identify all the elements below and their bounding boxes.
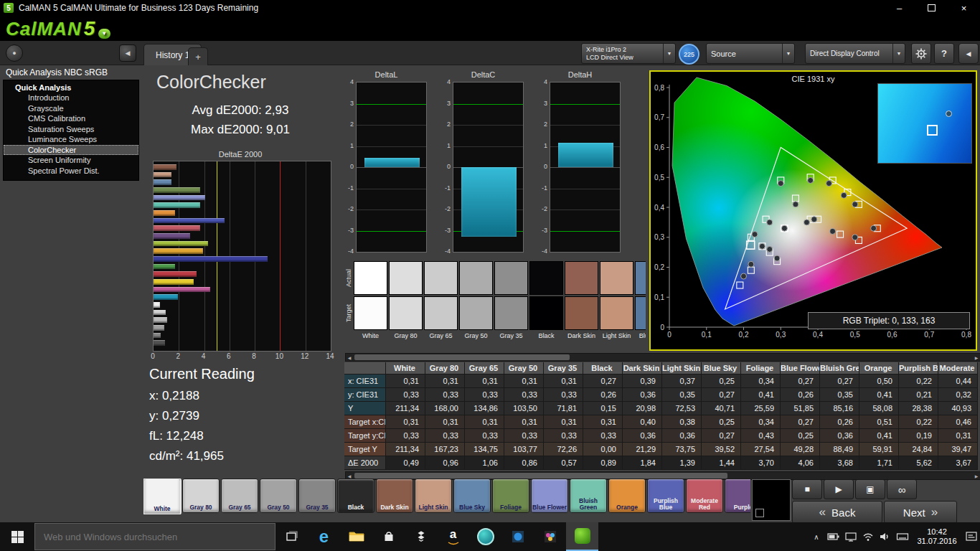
patch-button-blue-sky[interactable]: Blue Sky <box>453 479 491 513</box>
dropbox-button[interactable] <box>405 522 437 551</box>
table-row: Target y:CIE310,330,330,330,330,330,330,… <box>344 429 980 443</box>
next-button[interactable]: Next » <box>884 501 957 524</box>
sidebar-item-cms-calibration[interactable]: CMS Calibration <box>4 113 138 124</box>
table-cell: 0,41 <box>859 429 899 443</box>
sidebar-item-screen-uniformity[interactable]: Screen Uniformity <box>4 155 138 166</box>
start-button[interactable] <box>0 522 34 551</box>
source-dropdown[interactable]: Source ▼ <box>706 43 795 64</box>
clock[interactable]: 10:42 31.07.2016 <box>911 527 963 546</box>
swatch-label: Gray 80 <box>389 332 423 339</box>
table-cell: 0,33 <box>504 388 544 402</box>
amazon-glyph: a <box>450 527 456 541</box>
axis-tick-label: 3 <box>350 100 354 107</box>
axis-tick-label: 2 <box>447 121 451 128</box>
patch-button-purple[interactable]: Purple <box>725 479 750 513</box>
patch-button-gray-50[interactable]: Gray 50 <box>260 479 297 513</box>
sidebar-collapse-button[interactable]: ◀ <box>119 44 136 62</box>
panel-collapse-button[interactable]: ◀ <box>958 43 979 64</box>
calman-app-button[interactable] <box>566 522 598 551</box>
scroll-left-icon[interactable]: ◀ <box>346 473 353 479</box>
stop-button[interactable]: ■ <box>792 479 822 499</box>
sidebar-item-saturation-sweeps[interactable]: Saturation Sweeps <box>4 124 138 135</box>
patch-button-bluish-green[interactable]: Bluish Green <box>570 479 607 513</box>
battery-status[interactable] <box>825 522 842 551</box>
tray-expand-button[interactable]: ∧ <box>808 522 825 551</box>
settings-button[interactable] <box>911 43 931 64</box>
volume-status[interactable] <box>877 522 894 551</box>
scrollbar-thumb[interactable] <box>354 473 727 479</box>
close-icon: × <box>961 3 967 14</box>
continuous-measure-button[interactable]: ∞ <box>887 479 917 499</box>
deltal-title: DeltaL <box>344 70 428 79</box>
scrollbar-track[interactable] <box>353 354 973 360</box>
display-status[interactable] <box>842 522 859 551</box>
task-view-button[interactable] <box>275 522 308 551</box>
back-button[interactable]: « Back <box>792 501 882 524</box>
page-title: ColorChecker <box>156 72 266 93</box>
sidebar-item-quick-analysis[interactable]: Quick Analysis <box>4 80 138 93</box>
table-cell: 0,25 <box>781 429 820 443</box>
scrollbar-track[interactable] <box>353 473 973 479</box>
measure-button[interactable]: ▶ <box>824 479 854 499</box>
patch-button-gray-65[interactable]: Gray 65 <box>221 479 258 513</box>
photos-app-button[interactable] <box>501 522 534 551</box>
logo-bar: CalMAN5▾ <box>0 16 980 41</box>
meter-count-badge[interactable]: 225 <box>679 44 699 65</box>
touch-keyboard-button[interactable] <box>894 522 911 551</box>
patch-button-black[interactable]: Black <box>337 479 374 513</box>
scroll-right-icon[interactable]: ▶ <box>973 473 980 479</box>
table-column-header: Moderate <box>938 362 978 375</box>
patch-button-moderate-red[interactable]: Moderate Red <box>686 479 723 513</box>
sidebar-item-introduction[interactable]: Introduction <box>4 93 138 103</box>
measured-point <box>741 273 747 279</box>
capture-app-button[interactable] <box>469 522 501 551</box>
window-title: CalMAN 5 CalMAN Ultimate for Business 12… <box>19 3 258 13</box>
patch-button-purplish-blue[interactable]: Purplish Blue <box>647 479 684 513</box>
table-cell: 0,35 <box>820 388 859 402</box>
patch-button-white[interactable]: White <box>143 479 181 514</box>
patch-button-dark-skin[interactable]: Dark Skin <box>376 479 413 513</box>
pattern-button[interactable]: ▣ <box>855 479 885 499</box>
display-control-dropdown[interactable]: Direct Display Control ▼ <box>805 43 905 64</box>
pattern-preview-button[interactable] <box>752 479 791 521</box>
store-button[interactable] <box>372 522 405 551</box>
strip-scrollbar[interactable]: ◀ ▶ <box>345 353 980 362</box>
patch-button-gray-35[interactable]: Gray 35 <box>298 479 336 513</box>
edge-icon: e <box>319 527 329 547</box>
patch-button-foliage[interactable]: Foliage <box>492 479 529 513</box>
sidebar-menu-button[interactable]: ● <box>6 44 23 62</box>
sidebar-item-colorchecker[interactable]: ColorChecker <box>4 145 138 156</box>
network-status[interactable] <box>859 522 877 551</box>
patch-button-orange[interactable]: Orange <box>608 479 646 513</box>
image-editor-button[interactable] <box>534 522 566 551</box>
edge-button[interactable]: e <box>308 522 340 551</box>
scroll-right-icon[interactable]: ▶ <box>973 354 980 360</box>
search-input[interactable] <box>34 523 275 550</box>
action-center-button[interactable] <box>963 522 980 551</box>
meter-dropdown[interactable]: X-Rite i1Pro 2 LCD Direct View ▼ <box>581 43 676 64</box>
table-cell: 25,59 <box>741 402 781 415</box>
amazon-button[interactable]: a <box>437 522 469 551</box>
gridline <box>550 189 620 189</box>
table-cell: 0,49 <box>386 456 425 470</box>
add-tab-button[interactable]: + <box>188 47 208 65</box>
axis-tick-label: 3 <box>447 100 451 107</box>
close-button[interactable]: × <box>948 0 980 16</box>
sidebar-item-grayscale[interactable]: Grayscale <box>4 103 138 114</box>
scroll-left-icon[interactable]: ◀ <box>346 354 353 360</box>
axis-tick-label: 0,7 <box>654 113 664 121</box>
deltae-bar-blue-flower <box>154 195 205 201</box>
deltae-bar-black <box>154 340 165 346</box>
sidebar-item-luminance-sweeps[interactable]: Luminance Sweeps <box>4 134 138 145</box>
scrollbar-thumb[interactable] <box>354 354 570 360</box>
maximize-button[interactable] <box>915 0 948 16</box>
minimize-button[interactable]: – <box>883 0 915 16</box>
sidebar-item-spectral-power-dist-[interactable]: Spectral Power Dist. <box>4 166 138 176</box>
file-explorer-button[interactable] <box>340 522 372 551</box>
patch-button-blue-flower[interactable]: Blue Flower <box>531 479 568 513</box>
notification-icon <box>965 531 978 542</box>
patch-button-light-skin[interactable]: Light Skin <box>415 479 452 513</box>
patch-button-gray-80[interactable]: Gray 80 <box>182 479 220 513</box>
help-button[interactable]: ? <box>934 43 954 64</box>
table-cell: 5,62 <box>899 456 938 470</box>
